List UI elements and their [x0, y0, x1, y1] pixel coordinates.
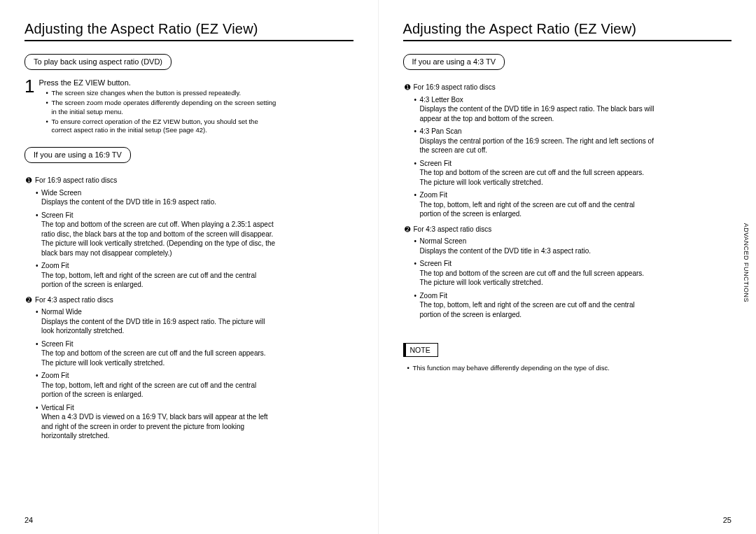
list-item: 4:3 Pan ScanDisplays the central portion…: [414, 127, 655, 155]
circled-two-icon: ➋: [26, 295, 31, 304]
group-label: For 16:9 aspect ratio discs: [414, 83, 496, 92]
pill-4-3-tv: If you are using a 4:3 TV: [403, 54, 505, 70]
list-item: Wide ScreenDisplays the content of the D…: [36, 188, 276, 207]
right-g2-items: Normal ScreenDisplays the content of the…: [414, 237, 655, 319]
list-item: Vertical FitWhen a 4:3 DVD is viewed on …: [36, 403, 276, 441]
list-item: Screen FitThe top and bottom of the scre…: [414, 159, 655, 188]
list-item: Zoom FitThe top, bottom, left and right …: [414, 291, 655, 320]
page-title-right: Adjusting the Aspect Ratio (EZ View): [403, 21, 732, 41]
left-g2-items: Normal WideDisplays the content of the D…: [36, 307, 276, 441]
side-tab-text: ADVANCED FUNCTIONS: [743, 223, 750, 302]
note-label: NOTE: [403, 343, 438, 357]
list-item: Normal WideDisplays the content of the D…: [36, 307, 276, 336]
step-body: Press the EZ VIEW button. The screen siz…: [38, 77, 276, 136]
left-content: To play back using aspect ratio (DVD) 1 …: [24, 54, 276, 441]
circled-one-icon: ➊: [26, 176, 31, 185]
note-list: This function may behave differently dep…: [407, 364, 655, 373]
step-bullet: To ensure correct operation of the EZ VI…: [46, 118, 276, 136]
list-item: Zoom FitThe top, bottom, left and right …: [414, 190, 655, 219]
list-item: Zoom FitThe top, bottom, left and right …: [36, 261, 276, 290]
page-24: Adjusting the Aspect Ratio (EZ View) To …: [0, 0, 379, 534]
list-item: Screen FitThe top and bottom of the scre…: [36, 339, 276, 368]
list-item: Normal ScreenDisplays the content of the…: [414, 237, 655, 255]
right-content: If you are using a 4:3 TV ➊ For 16:9 asp…: [403, 54, 655, 373]
circled-two-icon: ➋: [405, 225, 410, 234]
step-number: 1: [24, 77, 34, 95]
page-title-left: Adjusting the Aspect Ratio (EZ View): [24, 21, 354, 41]
step-bullet: The screen zoom mode operates differentl…: [46, 99, 276, 117]
group-label: For 16:9 aspect ratio discs: [35, 176, 117, 185]
group-label: For 4:3 aspect ratio discs: [35, 295, 113, 305]
list-item: 4:3 Letter BoxDisplays the content of th…: [414, 95, 655, 124]
page-number-right: 25: [723, 516, 732, 524]
page-spread: Adjusting the Aspect Ratio (EZ View) To …: [0, 0, 756, 534]
page-number-left: 24: [24, 516, 33, 524]
page-25: Adjusting the Aspect Ratio (EZ View) If …: [379, 0, 757, 534]
right-g1-items: 4:3 Letter BoxDisplays the content of th…: [414, 95, 655, 219]
step-bullet: The screen size changes when the button …: [46, 89, 276, 98]
left-g1-items: Wide ScreenDisplays the content of the D…: [36, 188, 276, 290]
pill-playback-dvd: To play back using aspect ratio (DVD): [24, 54, 172, 70]
group-label: For 4:3 aspect ratio discs: [414, 225, 492, 234]
circled-one-icon: ➊: [405, 83, 410, 92]
list-item: Zoom FitThe top, bottom, left and right …: [36, 371, 276, 400]
list-item: Screen FitThe top and bottom of the scre…: [36, 211, 276, 258]
pill-16-9-tv: If you are using a 16:9 TV: [24, 147, 131, 163]
list-item: Screen FitThe top and bottom of the scre…: [414, 259, 655, 288]
right-group-1: ➊ For 16:9 aspect ratio discs 4:3 Letter…: [405, 83, 655, 319]
note-item: This function may behave differently dep…: [407, 364, 655, 373]
step-bullets: The screen size changes when the button …: [38, 89, 276, 135]
side-tab: ADVANCED FUNCTIONS: [736, 224, 756, 301]
step-1: 1 Press the EZ VIEW button. The screen s…: [24, 77, 276, 136]
left-group-1: ➊ For 16:9 aspect ratio discs Wide Scree…: [26, 176, 276, 441]
step-heading: Press the EZ VIEW button.: [38, 78, 276, 87]
